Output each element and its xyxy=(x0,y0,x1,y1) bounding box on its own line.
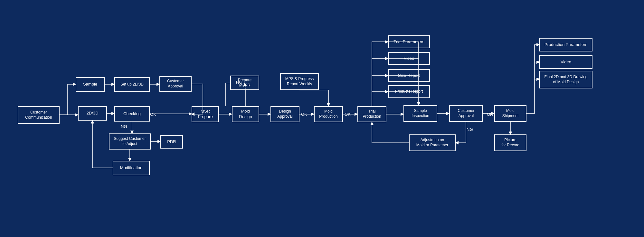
products-report-box: Products Report xyxy=(388,85,430,98)
mold-design-box: MoldDesign xyxy=(232,106,259,122)
mold-production-box: MoldProduction xyxy=(314,106,343,122)
ok-label-3: OK xyxy=(345,112,351,117)
flowchart: CustomerCommunication Sample Set up 2D/3… xyxy=(0,0,644,237)
sample-box: Sample xyxy=(76,77,105,92)
production-parameters-box: Production Parameters xyxy=(539,38,592,51)
prepare-mdfr-box: PrepareMDFR xyxy=(230,76,259,90)
2d3d-box: 2D/3D xyxy=(78,106,107,121)
setup-2d3d-box: Set up 2D/3D xyxy=(114,77,150,92)
customer-approval-top-box: CustomerApproval xyxy=(159,76,192,92)
ng-label-1: NG xyxy=(121,124,127,129)
sample-inspection-box: SampleInspection xyxy=(403,105,437,122)
adjustment-box: Adjustmen onMold or Paratemer xyxy=(409,134,456,151)
msr-prepare-box: MSRPrepare xyxy=(192,106,219,122)
size-report-box: Size Report xyxy=(388,69,430,82)
final-2d3d-box: Final 2D and 3D Drawingof Mold Design xyxy=(539,71,592,88)
video-trial-box: Video xyxy=(388,52,430,65)
ok-label-4: OK xyxy=(487,112,493,117)
trial-parameters-box: Trial Parameters xyxy=(388,35,430,48)
mps-progress-box: MPS & ProgressReport Weekly xyxy=(280,73,319,90)
pdr-box: PDR xyxy=(160,135,183,149)
design-approval-box: DesignApproval xyxy=(270,106,299,122)
mold-shipment-box: MoldShipment xyxy=(494,105,526,122)
picture-record-box: Picturefor Record xyxy=(494,134,526,151)
video-prod-box: Video xyxy=(539,55,592,69)
modification-box: Modification xyxy=(113,161,150,175)
ok-label-2: OK xyxy=(301,112,307,117)
trial-production-box: TrialProduction xyxy=(357,106,386,122)
checking-box: Checking xyxy=(114,106,150,122)
ng-label-2: NG xyxy=(236,80,242,85)
customer-communication-box: CustomerCommunication xyxy=(18,106,60,124)
customer-approval-mid-box: CustomerApproval xyxy=(449,105,483,122)
ng-label-3: NG xyxy=(467,127,473,132)
suggest-adjust-box: Suggest Customerto Adjust xyxy=(109,133,151,150)
ok-label-1: OK xyxy=(150,112,156,117)
